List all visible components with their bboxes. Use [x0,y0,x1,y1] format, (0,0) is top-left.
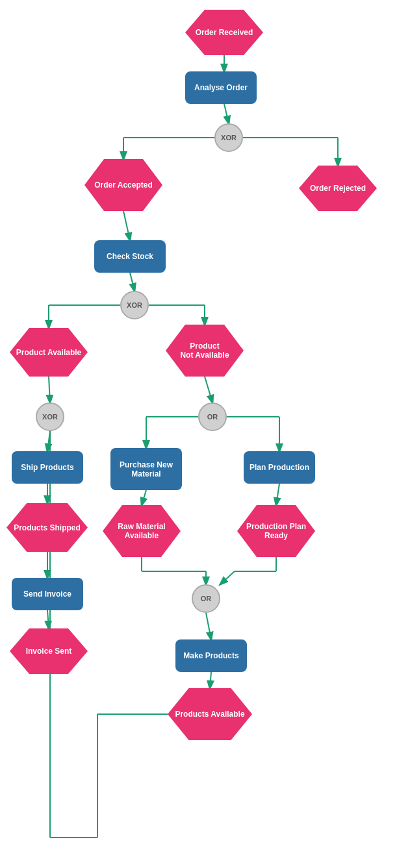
svg-line-31 [210,672,211,688]
svg-line-20 [142,490,146,505]
production-plan-ready-event: Production PlanReady [237,505,315,557]
order-rejected-event: Order Rejected [299,166,377,211]
ship-products-task: Ship Products [12,451,83,484]
send-invoice-task: Send Invoice [12,578,83,610]
svg-line-12 [49,377,50,403]
xor2-gateway: XOR [120,291,149,319]
or1-gateway: OR [198,403,227,431]
order-accepted-event: Order Accepted [84,159,162,211]
svg-line-21 [276,484,279,505]
svg-line-28 [220,571,235,584]
raw-material-available-event: Raw MaterialAvailable [103,505,181,557]
or2-gateway: OR [192,584,220,613]
check-stock-task: Check Stock [94,240,166,273]
svg-line-14 [47,431,50,451]
plan-production-task: Plan Production [244,451,315,484]
invoice-sent-event: Invoice Sent [10,628,88,674]
xor1-gateway: XOR [214,123,243,152]
xor3-gateway: XOR [36,403,64,431]
purchase-new-material-task: Purchase New Material [110,448,182,490]
product-not-available-event: ProductNot Available [166,325,244,377]
svg-line-7 [130,273,134,291]
svg-line-29 [47,610,49,628]
svg-line-6 [123,211,130,240]
order-received-event: Order Received [185,10,263,55]
analyse-order-task: Analyse Order [185,71,257,104]
svg-line-13 [205,377,212,403]
product-available-event: Product Available [10,328,88,377]
products-available-event: Products Available [168,688,252,740]
make-products-task: Make Products [175,639,247,672]
products-shipped-event: Products Shipped [6,503,88,552]
svg-line-1 [224,104,229,123]
flowchart-diagram: Order Received Analyse Order XOR Order A… [0,0,397,868]
svg-line-30 [206,613,211,639]
